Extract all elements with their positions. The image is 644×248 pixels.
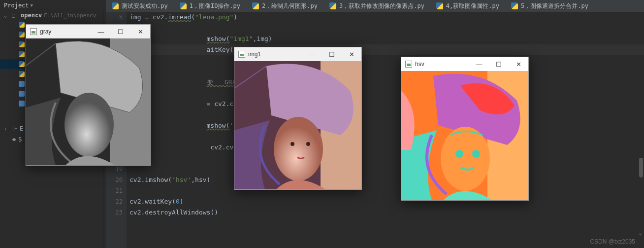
code-line [129,88,644,99]
code-line: = cv2.cvtColor(img,cv [129,99,644,109]
sidebar-folder-opencv[interactable]: ⌄ ▢ opencv E:\All_in\opencv [0,11,103,20]
code-line [129,153,644,164]
chevron-down-icon[interactable]: ⌄ [639,230,642,236]
app-icon [30,28,37,35]
tab-channel-split[interactable]: 5，图像通道拆分合并.py [505,0,594,12]
close-button[interactable]: ✕ [130,25,150,38]
code-line [129,185,644,196]
code-line [129,66,644,77]
image-window-img1[interactable]: img1 — ☐ ✕ [234,47,362,190]
python-icon [511,2,518,9]
minimize-button[interactable]: — [91,25,111,38]
sc-label: S [18,136,22,143]
image-canvas-gray [26,38,150,165]
code-line: cv2.destroyAllWindows() [129,207,644,218]
chevron-down-icon: ⌄ [4,13,10,18]
python-icon [19,61,25,67]
python-icon [252,2,259,9]
app-icon [238,51,245,58]
code-line [129,23,644,34]
window-title: img1 [248,51,261,58]
image-window-gray[interactable]: gray — ☐ ✕ [26,24,151,166]
file-icon [19,101,25,106]
file-icon [19,91,25,97]
minimize-button[interactable]: — [469,57,489,71]
svg-point-2 [64,93,114,157]
python-icon [112,2,119,9]
line-number: 20 [106,175,123,185]
tab-image-props[interactable]: 4,获取图像属性.py [430,0,505,12]
code-line: cv2.imshow('hsv',hsv) [129,175,644,185]
tab-label: 3，获取并修改图像的像素点.py [339,2,424,10]
maximize-button[interactable]: ☐ [489,57,509,71]
tab-label: 4,获取图像属性.py [446,2,499,10]
image-window-hsv[interactable]: hsv — ☐ ✕ [401,57,529,201]
close-button[interactable]: ✕ [342,47,361,61]
scratch-icon: ⊚ [12,136,16,143]
code-line: img = cv2.imread("lena.png") [129,12,644,23]
window-controls: — ☐ ✕ [302,47,361,61]
python-icon [19,22,25,28]
svg-point-5 [274,117,323,181]
tab-pixel-access[interactable]: 3，获取并修改图像的像素点.py [323,0,430,12]
project-menu[interactable]: Project ▼ [0,1,37,10]
tab-draw-shapes[interactable]: 2，绘制几何图形.py [246,0,323,12]
svg-point-12 [472,150,480,158]
folder-icon: ▢ [12,12,19,19]
image-canvas-hsv [401,71,528,200]
window-titlebar[interactable]: img1 — ☐ ✕ [234,47,361,61]
maximize-button[interactable]: ☐ [322,47,342,61]
code-line [129,109,644,120]
code-line [129,164,644,175]
code-line [129,131,644,142]
window-title: gray [40,28,51,35]
python-icon [180,2,187,9]
code-line: 变 GRAY 和 HSV [129,77,644,88]
code-line: cv2.cvtColor(img,cv2 [129,142,644,153]
tab-label: 测试安装成功.py [122,2,168,10]
close-button[interactable]: ✕ [509,57,528,71]
tab-test-install[interactable]: 测试安装成功.py [106,0,174,12]
image-canvas-img1 [234,61,361,189]
file-icon [19,81,25,87]
watermark-text: CSDN @txz2035 [590,238,635,245]
maximize-button[interactable]: ☐ [111,25,130,38]
chevron-down-icon: ▼ [31,3,33,8]
python-icon [19,51,25,57]
minimize-button[interactable]: — [302,47,322,61]
tab-label: 2，绘制几何图形.py [262,2,318,10]
window-titlebar[interactable]: gray — ☐ ✕ [26,25,150,38]
python-icon [436,2,443,9]
tab-label: 5，图像通道拆分合并.py [521,2,588,10]
tab-label: 1，图像IO操作.py [190,2,240,10]
python-icon [19,32,25,37]
code-line: cv2.waitKey(0) [129,196,644,207]
code-content[interactable]: img = cv2.imread("lena.png") mshow("img1… [129,12,644,218]
svg-point-7 [306,142,310,146]
svg-point-11 [455,150,463,158]
line-number: 5 [106,12,123,23]
lib-icon: ⊪ [12,125,17,132]
window-title: hsv [415,61,424,68]
window-controls: — ☐ ✕ [469,57,528,71]
python-icon [329,2,336,9]
python-icon [19,71,25,77]
code-line [129,55,644,66]
svg-point-6 [290,142,294,146]
code-line: mshow("img1",img) [129,34,644,44]
window-controls: — ☐ ✕ [91,25,150,38]
line-number: 21 [106,185,123,196]
code-editor[interactable]: 5 19 20 21 22 23 img = cv2.imread("lena.… [106,12,644,248]
scrollbar-thumb[interactable] [639,158,643,177]
window-titlebar[interactable]: hsv — ☐ ✕ [401,57,528,71]
app-icon [405,61,412,68]
code-line: mshow('gray',gray) [129,120,644,131]
line-number: 23 [106,207,123,218]
project-menu-label: Project [4,2,29,9]
ext-label: E [20,125,23,132]
line-number: 22 [106,196,123,207]
tab-image-io[interactable]: 1，图像IO操作.py [174,0,246,12]
svg-point-10 [441,127,490,191]
folder-path: E:\All_in\opencv [44,12,96,19]
folder-name: opencv [21,12,42,19]
